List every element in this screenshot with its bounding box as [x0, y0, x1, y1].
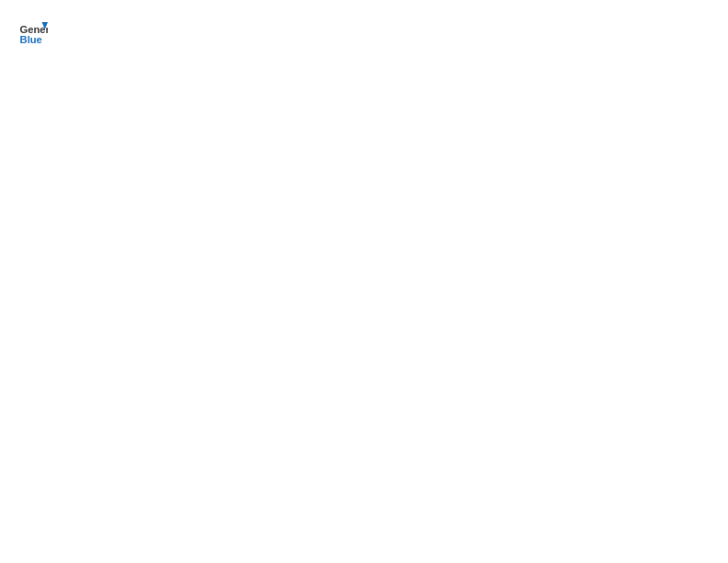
svg-text:Blue: Blue	[20, 34, 42, 45]
logo: General Blue	[18, 18, 48, 48]
logo-icon: General Blue	[18, 18, 48, 48]
page-header: General Blue	[18, 18, 710, 48]
